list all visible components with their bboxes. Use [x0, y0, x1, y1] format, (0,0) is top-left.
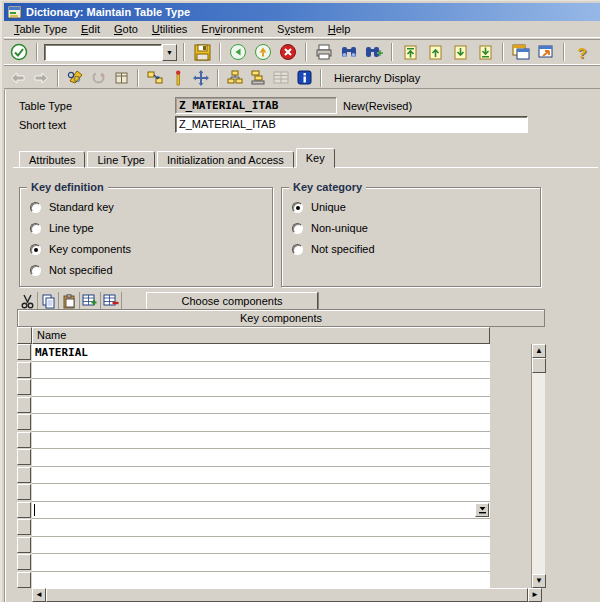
component-name-cell[interactable]	[32, 362, 490, 380]
component-name-cell[interactable]	[32, 414, 490, 432]
page-up-icon[interactable]	[424, 42, 446, 63]
radio-standard-key[interactable]: Standard key	[30, 201, 114, 213]
radio-not-specified[interactable]: Not specified	[30, 264, 113, 276]
tab-initialization-and-access[interactable]: Initialization and Access	[157, 151, 294, 168]
row-selector-button[interactable]	[17, 432, 31, 448]
component-name-cell[interactable]	[32, 572, 490, 590]
row-selector-button[interactable]	[17, 414, 31, 430]
delete-row-icon[interactable]	[101, 292, 122, 311]
name-column-header[interactable]: Name	[32, 327, 490, 344]
row-selector-button[interactable]	[17, 572, 31, 588]
row-selector-button[interactable]	[17, 537, 31, 553]
horizontal-scrollbar[interactable]: ◄ ►	[32, 588, 542, 602]
radio-icon[interactable]	[292, 244, 303, 255]
other-object-icon[interactable]	[111, 69, 131, 87]
find-next-icon[interactable]	[363, 42, 385, 63]
tab-attributes[interactable]: Attributes	[19, 151, 85, 168]
value-help-dropdown-icon[interactable]	[475, 503, 489, 517]
radio-non-unique[interactable]: Non-unique	[292, 222, 368, 234]
hierarchy-display-button[interactable]: Hierarchy Display	[334, 72, 420, 84]
component-name-cell[interactable]	[32, 397, 490, 415]
cancel-icon[interactable]	[277, 42, 299, 63]
row-selector-button[interactable]	[17, 362, 31, 378]
vertical-scroll-thumb[interactable]	[532, 358, 546, 373]
radio-icon[interactable]	[30, 265, 41, 276]
menu-environment[interactable]: Environment	[195, 22, 269, 36]
create-shortcut-icon[interactable]	[535, 42, 557, 63]
scroll-down-icon[interactable]: ▼	[532, 574, 546, 588]
menu-system[interactable]: System	[271, 22, 320, 36]
hierarchy-icon[interactable]	[225, 69, 245, 87]
title-bar[interactable]: Dictionary: Maintain Table Type	[4, 3, 600, 21]
display-change-icon[interactable]	[65, 69, 85, 87]
first-page-icon[interactable]	[399, 42, 421, 63]
cut-icon[interactable]	[17, 292, 38, 311]
row-selector-button[interactable]	[17, 397, 31, 413]
find-icon[interactable]	[338, 42, 360, 63]
component-name-cell[interactable]	[32, 519, 490, 537]
row-selector-button[interactable]	[17, 344, 31, 360]
component-name-cell[interactable]	[32, 432, 490, 450]
print-icon[interactable]	[313, 42, 335, 63]
radio-unique[interactable]: Unique	[292, 201, 346, 213]
component-name-cell[interactable]	[32, 554, 490, 572]
menu-edit[interactable]: Edit	[75, 22, 106, 36]
radio-line-type[interactable]: Line type	[30, 222, 94, 234]
command-dropdown-icon[interactable]: ▼	[162, 44, 177, 61]
select-all-header[interactable]	[17, 327, 32, 344]
row-selector-button[interactable]	[17, 554, 31, 570]
component-name-cell[interactable]	[32, 537, 490, 555]
enter-icon[interactable]	[8, 42, 30, 63]
navigation-icon[interactable]	[191, 69, 211, 87]
where-used-icon[interactable]	[145, 69, 165, 87]
component-name-cell[interactable]	[32, 502, 490, 520]
component-name-cell[interactable]: MATERIAL	[32, 344, 490, 362]
menu-utilities[interactable]: Utilities	[146, 22, 193, 36]
new-session-icon[interactable]	[510, 42, 532, 63]
row-selector-button[interactable]	[17, 484, 31, 500]
radio-not-specified[interactable]: Not specified	[292, 243, 375, 255]
command-input[interactable]	[44, 44, 162, 61]
component-name-cell[interactable]	[32, 449, 490, 467]
radio-key-components[interactable]: Key components	[30, 243, 131, 255]
scroll-up-icon[interactable]: ▲	[532, 344, 546, 358]
page-down-icon[interactable]	[449, 42, 471, 63]
save-icon[interactable]	[191, 42, 213, 63]
menu-table-type[interactable]: Table Type	[8, 22, 73, 36]
indexes-icon[interactable]	[168, 69, 188, 87]
scroll-right-icon[interactable]: ►	[528, 588, 542, 602]
radio-icon[interactable]	[30, 244, 41, 255]
information-icon[interactable]	[294, 69, 314, 87]
row-selector-button[interactable]	[17, 502, 31, 518]
row-selector-button[interactable]	[17, 519, 31, 535]
component-name-cell[interactable]	[32, 379, 490, 397]
last-page-icon[interactable]	[474, 42, 496, 63]
vertical-scrollbar[interactable]: ▲ ▼	[531, 344, 545, 588]
table-type-field[interactable]: Z_MATERIAL_ITAB	[175, 97, 337, 114]
choose-components-button[interactable]: Choose components	[146, 292, 318, 311]
insert-row-icon[interactable]	[80, 292, 101, 311]
tab-key[interactable]: Key	[296, 148, 335, 168]
horizontal-scroll-thumb[interactable]	[46, 588, 528, 602]
radio-icon[interactable]	[30, 202, 41, 213]
copy-icon[interactable]	[38, 292, 59, 311]
paste-icon[interactable]	[59, 292, 80, 311]
radio-icon[interactable]	[30, 223, 41, 234]
row-selector-button[interactable]	[17, 379, 31, 395]
row-selector-button[interactable]	[17, 449, 31, 465]
component-name-cell[interactable]	[32, 467, 490, 485]
help-icon[interactable]: ?	[571, 42, 593, 63]
short-text-field[interactable]: Z_MATERIAL_ITAB	[175, 116, 528, 133]
scroll-left-icon[interactable]: ◄	[32, 588, 46, 602]
back-icon[interactable]	[227, 42, 249, 63]
tab-line-type[interactable]: Line Type	[87, 151, 155, 168]
row-selector-button[interactable]	[17, 467, 31, 483]
menu-goto[interactable]: Goto	[108, 22, 144, 36]
radio-icon[interactable]	[292, 223, 303, 234]
object-list-icon[interactable]	[248, 69, 268, 87]
menu-help[interactable]: Help	[322, 22, 357, 36]
exit-icon[interactable]	[252, 42, 274, 63]
radio-icon[interactable]	[292, 202, 303, 213]
component-name-cell[interactable]	[32, 484, 490, 502]
command-field[interactable]: ▼	[44, 44, 177, 61]
